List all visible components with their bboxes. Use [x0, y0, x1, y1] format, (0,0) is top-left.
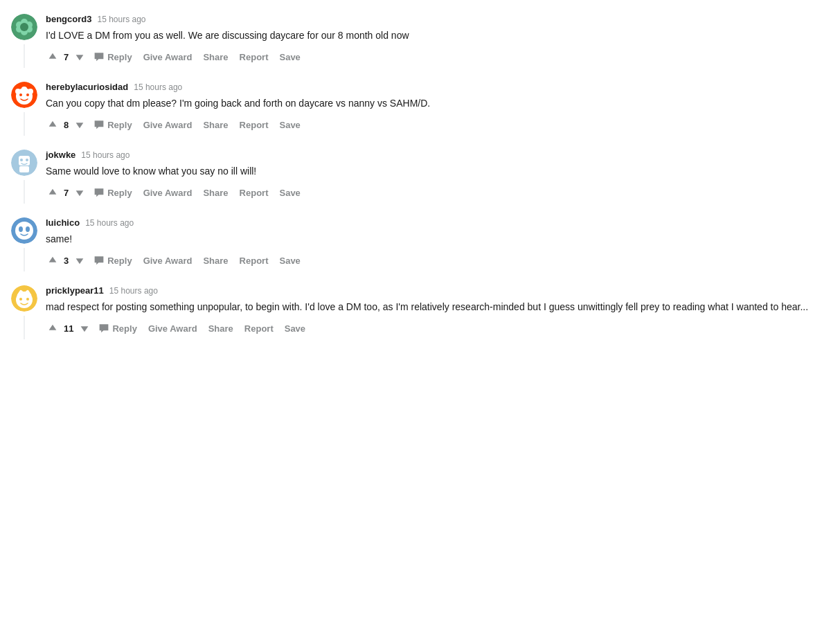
timestamp: 15 hours ago [81, 150, 129, 160]
svg-point-42 [26, 298, 29, 301]
comment-comment-1: bengcord315 hours agoI'd LOVE a DM from … [0, 7, 831, 75]
chat-icon [93, 120, 105, 129]
save-button[interactable]: Save [275, 49, 304, 65]
comment-text: mad respect for posting something unpopu… [46, 300, 820, 314]
comment-header: jokwke15 hours ago [46, 150, 820, 160]
comment-header: herebylacuriosidad15 hours ago [46, 82, 820, 92]
comment-actions: 11 ReplyGive AwardShareReportSave [46, 320, 820, 337]
svg-rect-34 [19, 166, 29, 172]
svg-point-22 [20, 23, 28, 31]
downvote-button[interactable] [73, 252, 87, 269]
comment-header: luichico15 hours ago [46, 217, 820, 228]
vote-count: 11 [62, 323, 75, 334]
reply-button[interactable]: Reply [94, 321, 141, 337]
vote-count: 3 [62, 256, 70, 266]
downvote-button[interactable] [73, 184, 87, 201]
vote-count: 7 [62, 52, 70, 62]
upvote-button[interactable] [46, 320, 60, 337]
comment-left-col [11, 217, 37, 271]
comment-actions: 7 ReplyGive AwardShareReportSave [46, 184, 820, 201]
chat-icon [93, 256, 105, 265]
thread-line [24, 316, 25, 339]
svg-point-28 [19, 93, 22, 96]
svg-point-36 [15, 222, 33, 240]
avatar [11, 285, 37, 312]
share-button[interactable]: Share [199, 185, 232, 201]
give-award-button[interactable]: Give Award [139, 253, 197, 269]
comment-header: bengcord315 hours ago [46, 14, 820, 24]
give-award-button[interactable]: Give Award [139, 49, 197, 65]
svg-point-26 [28, 89, 33, 94]
comment-body: bengcord315 hours agoI'd LOVE a DM from … [46, 14, 820, 68]
comment-comment-4: luichico15 hours agosame!3 ReplyGive Awa… [0, 211, 831, 278]
username[interactable]: bengcord3 [46, 14, 91, 24]
comment-left-col [11, 285, 37, 339]
report-button[interactable]: Report [235, 117, 273, 133]
comment-header: pricklypear1115 hours ago [46, 285, 820, 296]
reply-button[interactable]: Reply [89, 185, 136, 201]
thread-line [24, 112, 25, 136]
comment-comment-5: pricklypear1115 hours agomad respect for… [0, 278, 831, 346]
save-button[interactable]: Save [275, 185, 304, 201]
comment-actions: 3 ReplyGive AwardShareReportSave [46, 252, 820, 269]
comment-actions: 7 ReplyGive AwardShareReportSave [46, 48, 820, 65]
vote-count: 8 [62, 120, 70, 130]
svg-point-29 [26, 93, 29, 96]
avatar [11, 14, 37, 40]
upvote-button[interactable] [46, 252, 60, 269]
comment-comment-3: jokwke15 hours agoSame would love to kno… [0, 143, 831, 211]
thread-line [24, 44, 25, 68]
chat-icon [93, 188, 105, 197]
comment-body: pricklypear1115 hours agomad respect for… [46, 285, 820, 339]
timestamp: 15 hours ago [134, 82, 182, 92]
upvote-button[interactable] [46, 48, 60, 65]
username[interactable]: jokwke [46, 150, 75, 160]
username[interactable]: herebylacuriosidad [46, 82, 128, 92]
svg-point-37 [19, 226, 23, 232]
report-button[interactable]: Report [235, 185, 273, 201]
share-button[interactable]: Share [199, 49, 232, 65]
save-button[interactable]: Save [280, 321, 310, 337]
comment-body: jokwke15 hours agoSame would love to kno… [46, 150, 820, 204]
avatar [11, 150, 37, 176]
comment-text: same! [46, 232, 820, 247]
upvote-button[interactable] [46, 116, 60, 133]
comment-left-col [11, 82, 37, 136]
share-button[interactable]: Share [199, 253, 232, 269]
timestamp: 15 hours ago [97, 15, 145, 24]
report-button[interactable]: Report [240, 321, 278, 337]
comment-text: Can you copy that dm please? I'm going b… [46, 96, 820, 111]
comment-left-col [11, 14, 37, 68]
svg-point-25 [15, 89, 21, 94]
timestamp: 15 hours ago [109, 286, 158, 296]
chat-icon [93, 52, 105, 62]
username[interactable]: pricklypear11 [46, 285, 104, 296]
report-button[interactable]: Report [235, 253, 273, 269]
comment-text: Same would love to know what you say no … [46, 164, 820, 179]
save-button[interactable]: Save [275, 117, 304, 133]
reply-button[interactable]: Reply [89, 49, 136, 65]
comment-body: herebylacuriosidad15 hours agoCan you co… [46, 82, 820, 136]
comment-left-col [11, 150, 37, 204]
avatar [11, 217, 37, 244]
comment-text: I'd LOVE a DM from you as well. We are d… [46, 28, 820, 43]
give-award-button[interactable]: Give Award [139, 117, 197, 133]
upvote-button[interactable] [46, 184, 60, 201]
downvote-button[interactable] [73, 116, 87, 133]
report-button[interactable]: Report [235, 49, 273, 65]
share-button[interactable]: Share [199, 117, 232, 133]
give-award-button[interactable]: Give Award [139, 185, 197, 201]
reply-button[interactable]: Reply [89, 117, 136, 133]
downvote-button[interactable] [73, 48, 87, 65]
svg-point-41 [19, 298, 22, 301]
svg-point-32 [20, 159, 23, 161]
thread-line [24, 180, 25, 204]
username[interactable]: luichico [46, 217, 80, 228]
share-button[interactable]: Share [204, 321, 238, 337]
downvote-button[interactable] [78, 320, 91, 337]
save-button[interactable]: Save [275, 253, 304, 269]
comment-body: luichico15 hours agosame!3 ReplyGive Awa… [46, 217, 820, 271]
svg-point-33 [26, 159, 28, 161]
give-award-button[interactable]: Give Award [144, 321, 202, 337]
reply-button[interactable]: Reply [89, 253, 136, 269]
